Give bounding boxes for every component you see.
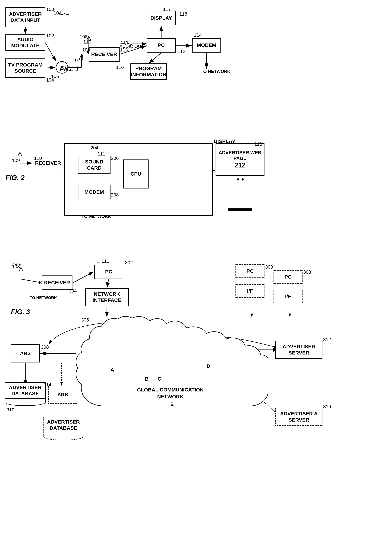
fig3-ref-308: 308 xyxy=(41,344,49,350)
svg-line-34 xyxy=(81,56,83,60)
fig3-db-cylinder-bottom xyxy=(5,399,46,406)
svg-line-45 xyxy=(20,152,22,156)
fig3-if-303-box: I/F xyxy=(274,290,303,303)
ref-102: 102 xyxy=(46,33,54,39)
fig1-pc-box: PC xyxy=(147,38,176,52)
fig2-web-page-num: 212 xyxy=(216,161,264,169)
fig3-ref-306: 306 xyxy=(81,317,89,323)
fig2-web-page-box: ADVERTISER WEB PAGE 212 xyxy=(215,143,265,176)
fig1-receiver-box: RECEIVER xyxy=(89,47,120,62)
svg-text:A: A xyxy=(111,367,114,373)
fig3-advertiser-server-box: ADVERTISER SERVER xyxy=(275,341,322,359)
ref-109: 109 xyxy=(82,47,90,53)
fig1-display-box: DISPLAY xyxy=(147,11,176,25)
svg-line-49 xyxy=(21,267,23,272)
fig2-ref-206: 206 xyxy=(111,155,119,161)
fig2-ref-208: 208 xyxy=(111,192,119,198)
fig2-display-area: ADVERTISER WEB PAGE 212 xyxy=(206,143,255,213)
fig2-ref-204: 204 xyxy=(91,145,98,151)
tv-program-source-box: TV PROGRAM SOURCE xyxy=(5,58,45,78)
ref-117: 117 xyxy=(163,6,171,12)
fig3-ref-302: 302 xyxy=(125,260,133,266)
fig3-pc-303-box: PC xyxy=(274,270,303,284)
fig1-to-network-label: TO NETWORK xyxy=(201,69,230,74)
fig2-modem-box: MODEM xyxy=(78,185,111,199)
svg-line-20 xyxy=(73,272,94,283)
fig3-ref-300: 300 xyxy=(265,264,273,270)
fig1-program-info-box: PROGRAM INFORMATION xyxy=(131,63,167,80)
svg-text:C: C xyxy=(158,376,161,382)
advertiser-data-input-box: ADVERTISER DATA INPUT xyxy=(5,7,45,27)
fig3-ref-304: 304 xyxy=(69,288,77,294)
fig2-ref-109: 109 xyxy=(12,158,20,163)
fig3-ref-108: 108 xyxy=(12,264,20,269)
fig3-to-network: TO NETWORK xyxy=(30,296,57,300)
svg-text:E: E xyxy=(170,401,174,407)
fig3-label: FIG. 3 xyxy=(11,308,30,316)
fig3-ref-110: 110 xyxy=(36,280,43,286)
svg-line-12 xyxy=(149,53,161,63)
fig1-audio-out-label: AUDIO OUT xyxy=(120,44,144,49)
svg-line-21 xyxy=(107,279,109,288)
fig3-ref-310: 310 xyxy=(6,407,14,413)
fig3-pc-300-box: PC xyxy=(235,264,265,278)
svg-line-4 xyxy=(45,42,56,62)
fig2-ref-110: 110 xyxy=(34,155,42,161)
fig2-display-label: DISPLAY xyxy=(214,138,235,144)
ref-100: 100 xyxy=(46,6,54,12)
fig3-db2-cylinder-bottom xyxy=(43,433,83,440)
ref-118: 118 xyxy=(179,11,187,17)
fig3-ars-box: ARS xyxy=(11,344,40,362)
fig1-label: FIG. 1 xyxy=(60,65,79,73)
fig2-ref-111: 111 xyxy=(98,151,105,157)
fig2-web-page-label: ADVERTISER WEB PAGE xyxy=(216,150,264,161)
fig3-ref-312: 312 xyxy=(323,337,331,342)
fig3-cloud: GLOBAL COMMUNICATION NETWORK A B C D E xyxy=(69,315,268,421)
svg-text:NETWORK: NETWORK xyxy=(157,394,183,399)
ref-106: 106 xyxy=(51,74,59,79)
ref-116: 116 xyxy=(116,65,124,70)
fig3-pc-box: PC xyxy=(94,265,123,279)
fig2-ref-118: 118 xyxy=(254,141,262,147)
ref-110: 110 xyxy=(83,39,91,45)
fig2-sound-card-box: SOUND CARD xyxy=(78,156,111,174)
ref-101: 101 xyxy=(54,10,61,16)
svg-line-5 xyxy=(45,67,56,68)
fig3-ref-316: 316 xyxy=(323,404,331,409)
svg-text:B: B xyxy=(145,376,149,382)
ref-107: 107 xyxy=(72,58,80,63)
ref-112: 112 xyxy=(177,49,185,54)
fig3-ref-303: 303 xyxy=(303,269,311,275)
svg-text:D: D xyxy=(206,363,210,369)
fig3-receiver-box: RECEIVER xyxy=(42,276,72,290)
fig3-advertiser-a-server-box: ADVERTISER A SERVER xyxy=(275,408,322,426)
fig3-if-300-box: I/F xyxy=(235,284,265,298)
ref-114: 114 xyxy=(194,32,202,38)
fig3-network-interface-box: NETWORK INTERFACE xyxy=(85,288,129,306)
fig1-modem-box: MODEM xyxy=(192,38,221,52)
fig2-label: FIG. 2 xyxy=(5,174,25,182)
ref-108: 108 xyxy=(80,34,88,40)
fig3-advertiser-database-box: ADVERTISER DATABASE xyxy=(5,382,46,399)
audio-modulate-box: AUDIO MODULATE xyxy=(5,34,45,51)
fig3-ref-314: 314 xyxy=(43,382,51,388)
fig2-to-network: TO NETWORK xyxy=(82,214,111,219)
svg-line-44 xyxy=(18,152,20,156)
fig3-ref-111: 111 xyxy=(102,258,109,264)
svg-text:GLOBAL COMMUNICATION: GLOBAL COMMUNICATION xyxy=(137,387,204,393)
fig2-cpu-box: CPU xyxy=(123,160,149,188)
